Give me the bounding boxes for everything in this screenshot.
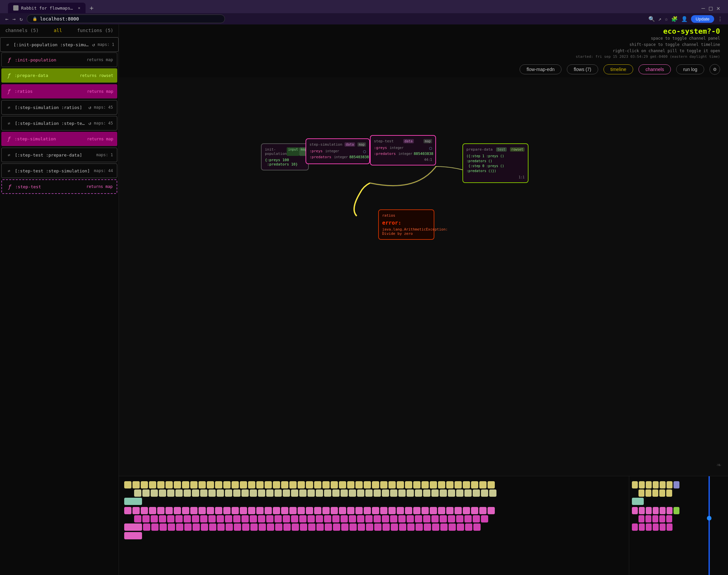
timeline-block (184, 489, 191, 497)
list-item[interactable]: ⇄ [:init-population :step-simulation] ↺ … (0, 37, 119, 52)
forward-button[interactable]: → (12, 16, 16, 22)
timeline-block (471, 507, 478, 514)
function-icon: ƒ (6, 183, 12, 190)
update-button[interactable]: Update (691, 15, 714, 23)
timeline-row-right-3 (632, 498, 725, 505)
reload-button[interactable]: ↻ (20, 16, 23, 22)
timeline-row-6 (124, 523, 624, 531)
timeline-block (314, 481, 321, 488)
tab-close-button[interactable]: ✕ (78, 6, 80, 10)
timeline-block (464, 489, 472, 497)
timeline-block (380, 507, 388, 514)
timeline-block (182, 481, 189, 488)
flow-map-edn-button[interactable]: flow-map-edn (520, 64, 562, 74)
timeline-block (176, 523, 183, 531)
flow-node-prepare-data[interactable]: prepare-data test rowset ({:step 1 :prey… (462, 143, 529, 183)
timeline-block (266, 515, 273, 522)
timeline-block (347, 481, 355, 488)
timeline-block (382, 515, 389, 522)
sidebar-functions-tab[interactable]: functions (5) (77, 28, 113, 33)
run-log-button[interactable]: run log (676, 64, 704, 74)
list-item[interactable]: ⇄ [:step-simulation :ratios] ↺ maps: 45 (1, 100, 117, 114)
timeline-block (291, 489, 298, 497)
timeline-block (646, 489, 651, 497)
maximize-button[interactable]: □ (709, 5, 713, 11)
timeline-block (646, 507, 652, 514)
timeline-block (449, 523, 456, 531)
address-bar[interactable]: 🔒 localhost:8000 (27, 14, 225, 23)
timeline-block (225, 515, 232, 522)
timeline-block (240, 507, 247, 514)
flows-button[interactable]: flows (7) (567, 64, 598, 74)
flow-node-ratios-error[interactable]: ratios error: java.lang.ArithmeticExcept… (378, 209, 434, 240)
timeline-block (291, 515, 298, 522)
list-item[interactable]: ⇄ [:step-test :prepare-data] maps: 1 (1, 148, 117, 162)
timeline-block (339, 507, 346, 514)
field-value: 885403838 (413, 151, 433, 156)
timeline-block (660, 481, 666, 488)
search-icon[interactable]: 🔍 (649, 16, 655, 22)
timeline-block (251, 523, 258, 531)
bookmark-icon[interactable]: ☆ (665, 16, 668, 22)
timeline-block (143, 523, 150, 531)
timeline-block (233, 489, 240, 497)
list-item[interactable]: ⇄ [:step-test :step-simulation] maps: 44 (1, 164, 117, 178)
eco-system-title: eco-system?-0 (127, 27, 720, 35)
function-icon: ƒ (6, 57, 12, 63)
timeline-block (233, 515, 240, 522)
list-item[interactable]: ƒ :prepare-data returns rowset (1, 68, 117, 83)
share-icon[interactable]: ↗ (658, 16, 662, 22)
channels-button[interactable]: channels (638, 64, 671, 74)
close-button[interactable]: ✕ (717, 5, 720, 11)
timeline-block (457, 523, 464, 531)
timeline-block (653, 523, 659, 531)
timeline-block (316, 489, 323, 497)
sidebar-channels-tab[interactable]: channels (5) (5, 28, 39, 33)
timeline-block (372, 507, 379, 514)
channel-meta: maps: 44 (94, 168, 113, 173)
timeline-block (317, 523, 324, 531)
list-item[interactable]: ƒ :step-test returns map (1, 179, 117, 194)
sidebar-all-tab[interactable]: all (54, 28, 62, 33)
profile-icon[interactable]: 👤 (681, 16, 688, 22)
flow-node-init-population[interactable]: init-population input map {:preys 100 :p… (261, 143, 309, 170)
field-handle: ○ (363, 148, 366, 154)
timeline-block (281, 507, 288, 514)
list-item[interactable]: ƒ :init-population returns map (1, 53, 117, 67)
timeline-block (463, 507, 470, 514)
flow-node-step-test[interactable]: step-test data map :greys integer ○ :pre… (370, 135, 436, 166)
menu-icon[interactable]: ⋮ (718, 16, 723, 22)
node-counter: 44:1 (374, 158, 432, 162)
canvas-area[interactable]: init-population input map {:preys 100 :p… (119, 77, 728, 476)
extensions-icon[interactable]: 🧩 (671, 16, 678, 22)
channel-meta: returns map (87, 58, 113, 62)
node-tag-rowset: rowset (510, 147, 525, 151)
timeline-block (333, 523, 340, 531)
flow-node-step-simulation[interactable]: step-simulation data map :preys integer … (305, 138, 370, 164)
timeline-block (165, 481, 173, 488)
list-item[interactable]: ƒ :ratios returns map (1, 84, 117, 99)
new-tab-button[interactable]: + (87, 4, 96, 12)
channel-icon: ⇄ (6, 151, 12, 158)
settings-button[interactable]: ⚙ (709, 64, 720, 75)
timeline-block (298, 507, 305, 514)
timeline-block (456, 515, 463, 522)
minimize-button[interactable]: — (701, 5, 705, 11)
field-type: integer (325, 149, 339, 153)
timeline-block (373, 515, 381, 522)
timeline-block (193, 523, 200, 531)
active-tab[interactable]: Rabbit for flowmaps - async flow ✕ (8, 3, 86, 13)
timeline-block (322, 481, 330, 488)
channel-name: :init-population (15, 58, 84, 62)
timeline-row-1 (124, 481, 624, 488)
timeline-block (357, 489, 364, 497)
timeline-block (667, 507, 672, 514)
timeline-block (398, 489, 406, 497)
list-item[interactable]: ⇄ [:step-simulation :step-test] ↺ maps: … (1, 116, 117, 131)
back-button[interactable]: ← (5, 16, 9, 22)
list-item[interactable]: ƒ :step-simulation returns map (1, 132, 117, 146)
timeline-block (306, 481, 313, 488)
timeline-block (405, 507, 412, 514)
timeline-block (273, 507, 280, 514)
timeline-button[interactable]: timeline (603, 64, 633, 74)
